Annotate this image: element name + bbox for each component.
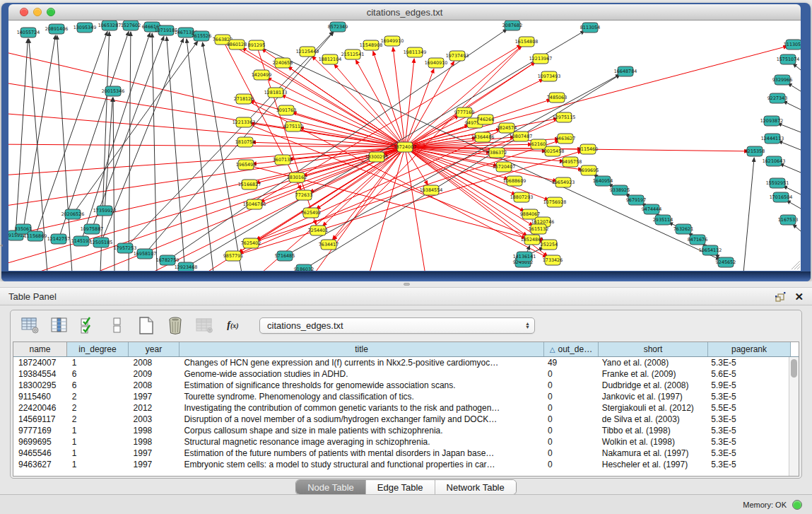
tab-node-table[interactable]: Node Table [296, 480, 366, 494]
graph-node[interactable]: 13095349 [73, 23, 97, 33]
horizontal-splitter[interactable] [0, 281, 812, 287]
table-cell[interactable]: 9463627 [13, 459, 67, 470]
table-cell[interactable]: 0 [543, 368, 597, 380]
column-header-year[interactable]: year [129, 342, 180, 356]
table-cell[interactable]: 2008 [129, 380, 180, 391]
table-cell[interactable]: 2 [67, 414, 129, 425]
table-cell[interactable]: Franke et al. (2009) [597, 368, 707, 380]
graph-node[interactable]: 1965493 [236, 160, 256, 170]
table-cell[interactable]: 1997 [129, 459, 180, 470]
table-cell[interactable]: 0 [543, 448, 597, 459]
table-cell[interactable]: 5.3E-5 [706, 391, 789, 402]
delete-columns-button[interactable] [165, 316, 184, 335]
table-cell[interactable]: 2 [67, 402, 129, 414]
graph-node[interactable]: 3824574 [497, 123, 517, 133]
graph-node[interactable]: 16648784 [614, 66, 637, 76]
graph-node[interactable]: 16958107 [134, 249, 157, 259]
graph-node[interactable]: 9860128 [227, 40, 247, 49]
graph-node[interactable]: 16154808 [515, 37, 539, 47]
close-window-button[interactable] [20, 8, 28, 16]
table-cell[interactable]: 5.3E-5 [706, 459, 789, 470]
table-cell[interactable]: 1997 [129, 448, 180, 459]
graph-node[interactable]: 62160 [531, 139, 546, 149]
graph-node[interactable]: 15592951 [766, 178, 789, 188]
column-header-out_de[interactable]: △out_de… [544, 342, 599, 356]
graph-node[interactable]: 9338925 [610, 185, 630, 195]
table-cell[interactable]: 2009 [129, 368, 180, 380]
graph-node[interactable]: 2087682 [502, 21, 522, 30]
table-cell[interactable]: 6 [67, 380, 129, 391]
table-cell[interactable]: 1 [67, 459, 129, 470]
table-cell[interactable]: 5.3E-5 [706, 436, 789, 448]
table-row[interactable]: 969969511998Structural magnetic resonanc… [13, 436, 789, 448]
graph-node[interactable]: 19654923 [552, 177, 575, 187]
graph-node[interactable]: 12923468 [175, 262, 198, 271]
table-cell[interactable]: 9465546 [13, 448, 67, 459]
graph-node[interactable]: 14055724 [17, 28, 40, 37]
table-cell[interactable]: 5.3E-5 [706, 425, 789, 436]
graph-node[interactable]: 9186032 [294, 264, 314, 271]
table-cell[interactable]: Genome-wide association studies in ADHD. [179, 368, 543, 380]
minimize-window-button[interactable] [33, 8, 42, 16]
graph-node[interactable]: 16949910 [381, 36, 404, 46]
table-row[interactable]: 946554611997Estimation of the future num… [13, 448, 789, 459]
float-panel-button[interactable] [775, 291, 786, 302]
panel-collapse-arrow-icon[interactable]: ◂ [0, 243, 3, 248]
column-header-short[interactable]: short [599, 342, 708, 356]
table-cell[interactable]: 0 [543, 425, 597, 436]
table-cell[interactable]: 0 [543, 391, 597, 402]
table-cell[interactable]: 0 [543, 459, 597, 470]
graph-node[interactable]: 8113054 [580, 23, 600, 33]
table-cell[interactable]: 5.9E-5 [706, 380, 789, 391]
graph-node[interactable]: 9115460 [578, 144, 598, 154]
network-canvas[interactable]: 1872400776638229860128891295224065812125… [8, 21, 801, 271]
table-cell[interactable]: 1 [67, 436, 129, 448]
graph-node[interactable]: 2935114 [653, 215, 673, 225]
graph-node[interactable]: 7634417 [319, 240, 339, 250]
graph-node[interactable]: 12142757 [47, 234, 71, 244]
column-header-in_degree[interactable]: in_degree [67, 342, 129, 356]
table-row[interactable]: 1938455462009Genome-wide association stu… [13, 368, 789, 380]
function-builder-button[interactable]: f(x) [223, 316, 242, 335]
splitter-grip[interactable] [404, 283, 410, 286]
table-cell[interactable]: 22420046 [13, 402, 67, 414]
graph-node[interactable]: 1640954 [593, 176, 613, 186]
table-mode-button[interactable] [20, 316, 40, 335]
graph-node[interactable]: 9245652 [716, 257, 736, 267]
table-cell[interactable]: 0 [543, 436, 597, 448]
graph-node[interactable]: 7254401 [308, 226, 328, 235]
graph-node[interactable]: 5716485 [275, 251, 295, 261]
graph-node[interactable]: 12213967 [529, 54, 553, 64]
graph-node[interactable]: 21512541 [341, 49, 365, 59]
graph-node[interactable]: 252254 [541, 240, 558, 250]
close-panel-button[interactable]: ✕ [794, 291, 804, 302]
graph-node[interactable]: 891295 [248, 40, 265, 50]
graph-node[interactable]: 20206526 [61, 209, 85, 219]
graph-node[interactable]: 10973493 [538, 71, 561, 81]
graph-node[interactable]: 9679197 [626, 195, 646, 205]
column-header-title[interactable]: title [180, 342, 544, 356]
table-row[interactable]: 1456911722003Disruption of a novel membe… [13, 414, 789, 425]
graph-node[interactable]: 19495758 [559, 157, 582, 167]
table-cell[interactable]: 1998 [129, 425, 180, 436]
graph-node[interactable]: 7625492 [301, 208, 321, 218]
graph-node[interactable]: 15166827 [238, 180, 261, 189]
table-cell[interactable]: Yano et al. (2008) [597, 357, 707, 368]
graph-node[interactable]: 11548908 [360, 40, 383, 50]
table-row[interactable]: 2242004622012Investigating the contribut… [13, 402, 789, 414]
table-cell[interactable]: 6 [67, 368, 129, 380]
table-cell[interactable]: Dudbridge et al. (2008) [597, 380, 707, 391]
table-cell[interactable]: 2012 [129, 402, 180, 414]
graph-node[interactable]: 8471676 [688, 235, 707, 245]
graph-node[interactable]: 4275112 [283, 122, 303, 132]
row-height-button[interactable] [107, 316, 126, 335]
table-cell[interactable]: Nakamura et al. (1997) [597, 448, 707, 459]
graph-node[interactable]: 2718126 [234, 94, 254, 104]
table-cell[interactable]: 18724007 [13, 357, 67, 368]
graph-node[interactable]: 17016504 [770, 192, 793, 202]
graph-node[interactable]: 9699695 [579, 165, 599, 175]
tab-edge-table[interactable]: Edge Table [366, 480, 435, 494]
graph-node[interactable]: 19811349 [404, 47, 427, 57]
graph-node[interactable]: 1113054 [784, 40, 801, 49]
graph-node[interactable]: 20891406 [45, 24, 69, 34]
